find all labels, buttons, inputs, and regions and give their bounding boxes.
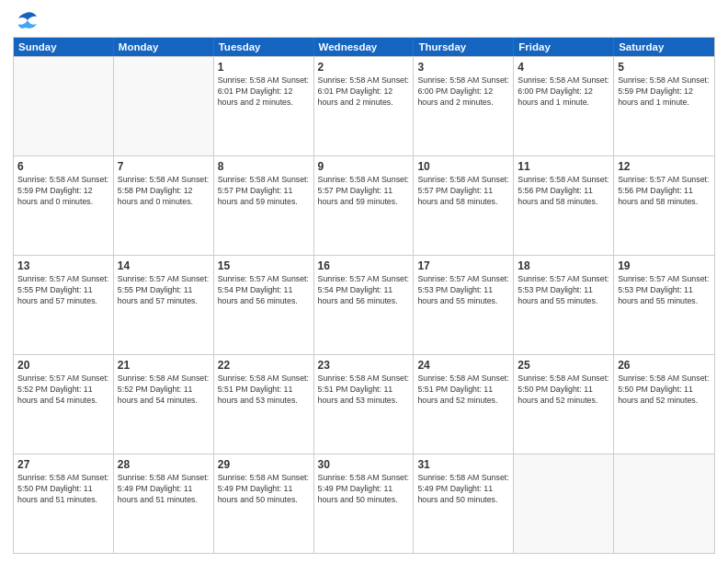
day-number: 12 [618, 159, 711, 174]
day-info: Sunrise: 5:58 AM Sunset: 5:49 PM Dayligh… [118, 473, 210, 506]
day-info: Sunrise: 5:57 AM Sunset: 5:53 PM Dayligh… [618, 274, 711, 307]
cal-cell-0-1 [114, 57, 214, 155]
day-number: 14 [118, 259, 210, 273]
cal-header-monday: Monday [114, 38, 214, 56]
cal-cell-4-0: 27Sunrise: 5:58 AM Sunset: 5:50 PM Dayli… [14, 454, 114, 553]
cal-header-tuesday: Tuesday [214, 38, 314, 56]
day-number: 28 [118, 457, 210, 472]
day-info: Sunrise: 5:58 AM Sunset: 6:01 PM Dayligh… [218, 75, 310, 109]
day-info: Sunrise: 5:58 AM Sunset: 6:00 PM Dayligh… [417, 75, 509, 109]
day-number: 10 [417, 159, 509, 174]
cal-cell-3-6: 26Sunrise: 5:58 AM Sunset: 5:50 PM Dayli… [614, 355, 714, 454]
cal-header-thursday: Thursday [414, 38, 514, 56]
calendar: SundayMondayTuesdayWednesdayThursdayFrid… [13, 37, 715, 554]
day-info: Sunrise: 5:58 AM Sunset: 5:49 PM Dayligh… [318, 473, 410, 506]
day-number: 31 [417, 457, 509, 472]
page: SundayMondayTuesdayWednesdayThursdayFrid… [0, 0, 728, 563]
day-info: Sunrise: 5:57 AM Sunset: 5:53 PM Dayligh… [518, 274, 609, 307]
day-number: 2 [318, 60, 410, 75]
cal-cell-1-5: 11Sunrise: 5:58 AM Sunset: 5:56 PM Dayli… [514, 156, 614, 255]
cal-cell-0-6: 5Sunrise: 5:58 AM Sunset: 5:59 PM Daylig… [614, 57, 714, 155]
day-number: 24 [417, 358, 509, 373]
cal-cell-0-2: 1Sunrise: 5:58 AM Sunset: 6:01 PM Daylig… [214, 57, 314, 155]
cal-cell-2-1: 14Sunrise: 5:57 AM Sunset: 5:55 PM Dayli… [114, 256, 214, 354]
cal-cell-2-3: 16Sunrise: 5:57 AM Sunset: 5:54 PM Dayli… [314, 256, 415, 354]
day-info: Sunrise: 5:58 AM Sunset: 5:52 PM Dayligh… [118, 373, 210, 407]
cal-cell-2-5: 18Sunrise: 5:57 AM Sunset: 5:53 PM Dayli… [514, 256, 614, 354]
day-info: Sunrise: 5:58 AM Sunset: 5:50 PM Dayligh… [17, 473, 109, 506]
day-info: Sunrise: 5:57 AM Sunset: 5:52 PM Dayligh… [17, 373, 109, 407]
cal-cell-4-4: 31Sunrise: 5:58 AM Sunset: 5:49 PM Dayli… [414, 454, 514, 553]
day-number: 11 [518, 159, 609, 174]
cal-cell-4-5 [514, 454, 614, 553]
cal-cell-0-0 [14, 57, 114, 155]
day-number: 4 [518, 60, 609, 75]
cal-header-friday: Friday [514, 38, 614, 56]
day-number: 23 [318, 358, 410, 373]
day-info: Sunrise: 5:58 AM Sunset: 5:51 PM Dayligh… [318, 373, 410, 407]
header [13, 9, 715, 31]
day-info: Sunrise: 5:58 AM Sunset: 5:59 PM Dayligh… [618, 75, 711, 109]
day-info: Sunrise: 5:58 AM Sunset: 5:50 PM Dayligh… [518, 373, 609, 407]
cal-cell-2-2: 15Sunrise: 5:57 AM Sunset: 5:54 PM Dayli… [214, 256, 314, 354]
logo-bird-icon [13, 9, 39, 31]
cal-header-saturday: Saturday [614, 38, 714, 56]
cal-cell-3-4: 24Sunrise: 5:58 AM Sunset: 5:51 PM Dayli… [414, 355, 514, 454]
cal-row-4: 27Sunrise: 5:58 AM Sunset: 5:50 PM Dayli… [14, 454, 714, 553]
day-number: 29 [218, 457, 310, 472]
cal-cell-0-5: 4Sunrise: 5:58 AM Sunset: 6:00 PM Daylig… [514, 57, 614, 155]
cal-cell-0-4: 3Sunrise: 5:58 AM Sunset: 6:00 PM Daylig… [414, 57, 514, 155]
cal-row-0: 1Sunrise: 5:58 AM Sunset: 6:01 PM Daylig… [14, 56, 714, 155]
day-number: 16 [318, 259, 410, 273]
day-number: 9 [318, 159, 410, 174]
cal-cell-4-2: 29Sunrise: 5:58 AM Sunset: 5:49 PM Dayli… [214, 454, 314, 553]
day-number: 6 [17, 159, 109, 174]
cal-cell-4-1: 28Sunrise: 5:58 AM Sunset: 5:49 PM Dayli… [114, 454, 214, 553]
day-info: Sunrise: 5:58 AM Sunset: 5:57 PM Dayligh… [318, 175, 410, 208]
calendar-body: 1Sunrise: 5:58 AM Sunset: 6:01 PM Daylig… [14, 56, 714, 553]
cal-cell-1-6: 12Sunrise: 5:57 AM Sunset: 5:56 PM Dayli… [614, 156, 714, 255]
day-number: 17 [417, 259, 509, 273]
day-info: Sunrise: 5:57 AM Sunset: 5:54 PM Dayligh… [318, 274, 410, 307]
cal-row-2: 13Sunrise: 5:57 AM Sunset: 5:55 PM Dayli… [14, 255, 714, 354]
day-info: Sunrise: 5:57 AM Sunset: 5:53 PM Dayligh… [417, 274, 509, 307]
day-number: 8 [218, 159, 310, 174]
day-number: 20 [17, 358, 109, 373]
cal-cell-2-4: 17Sunrise: 5:57 AM Sunset: 5:53 PM Dayli… [414, 256, 514, 354]
day-number: 19 [618, 259, 711, 273]
day-number: 15 [218, 259, 310, 273]
cal-row-3: 20Sunrise: 5:57 AM Sunset: 5:52 PM Dayli… [14, 354, 714, 454]
day-number: 30 [318, 457, 410, 472]
cal-cell-1-4: 10Sunrise: 5:58 AM Sunset: 5:57 PM Dayli… [414, 156, 514, 255]
cal-header-sunday: Sunday [14, 38, 114, 56]
cal-cell-1-3: 9Sunrise: 5:58 AM Sunset: 5:57 PM Daylig… [314, 156, 415, 255]
day-info: Sunrise: 5:58 AM Sunset: 6:00 PM Dayligh… [518, 75, 609, 109]
day-info: Sunrise: 5:57 AM Sunset: 5:56 PM Dayligh… [618, 175, 711, 208]
cal-cell-1-2: 8Sunrise: 5:58 AM Sunset: 5:57 PM Daylig… [214, 156, 314, 255]
cal-cell-0-3: 2Sunrise: 5:58 AM Sunset: 6:01 PM Daylig… [314, 57, 415, 155]
cal-cell-4-6 [614, 454, 714, 553]
day-number: 1 [218, 60, 310, 75]
day-info: Sunrise: 5:58 AM Sunset: 5:50 PM Dayligh… [618, 373, 711, 407]
cal-cell-3-2: 22Sunrise: 5:58 AM Sunset: 5:51 PM Dayli… [214, 355, 314, 454]
cal-cell-2-6: 19Sunrise: 5:57 AM Sunset: 5:53 PM Dayli… [614, 256, 714, 354]
day-info: Sunrise: 5:58 AM Sunset: 6:01 PM Dayligh… [318, 75, 410, 109]
day-number: 25 [518, 358, 609, 373]
day-number: 5 [618, 60, 711, 75]
day-info: Sunrise: 5:58 AM Sunset: 5:49 PM Dayligh… [417, 473, 509, 506]
logo [13, 9, 42, 31]
day-info: Sunrise: 5:58 AM Sunset: 5:57 PM Dayligh… [417, 175, 509, 208]
day-info: Sunrise: 5:57 AM Sunset: 5:55 PM Dayligh… [17, 274, 109, 307]
cal-cell-3-0: 20Sunrise: 5:57 AM Sunset: 5:52 PM Dayli… [14, 355, 114, 454]
cal-cell-3-5: 25Sunrise: 5:58 AM Sunset: 5:50 PM Dayli… [514, 355, 614, 454]
day-info: Sunrise: 5:58 AM Sunset: 5:57 PM Dayligh… [218, 175, 310, 208]
cal-cell-4-3: 30Sunrise: 5:58 AM Sunset: 5:49 PM Dayli… [314, 454, 415, 553]
day-number: 3 [417, 60, 509, 75]
cal-header-wednesday: Wednesday [314, 38, 415, 56]
day-info: Sunrise: 5:58 AM Sunset: 5:49 PM Dayligh… [218, 473, 310, 506]
day-number: 13 [17, 259, 109, 273]
day-info: Sunrise: 5:57 AM Sunset: 5:55 PM Dayligh… [118, 274, 210, 307]
day-number: 21 [118, 358, 210, 373]
cal-cell-2-0: 13Sunrise: 5:57 AM Sunset: 5:55 PM Dayli… [14, 256, 114, 354]
day-number: 27 [17, 457, 109, 472]
